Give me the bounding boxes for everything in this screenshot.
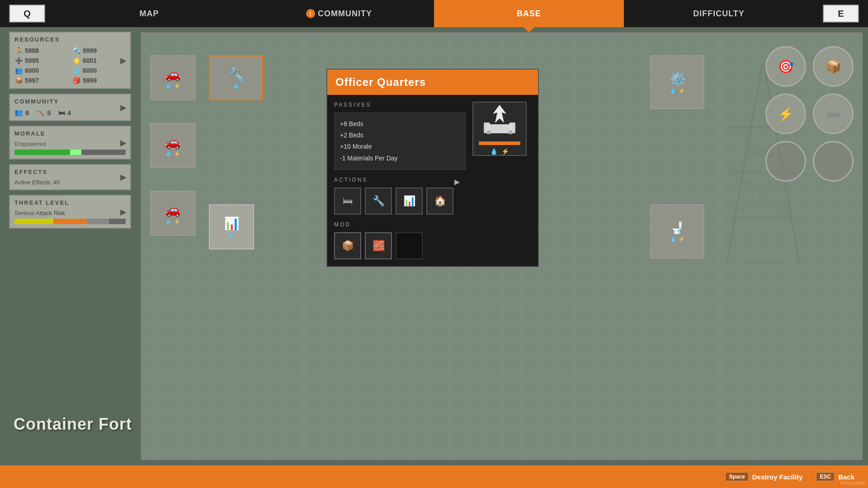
community-arrow[interactable]: ▶	[120, 103, 127, 113]
passives-box: +8 Beds +2 Beds +10 Morale -1 Materials …	[334, 113, 466, 170]
parts-value: 5997	[25, 77, 39, 84]
storage-water: 💧	[228, 232, 235, 238]
latrine-water: 💧	[670, 236, 676, 242]
rucksacks-icon: 🎒	[72, 76, 80, 84]
passive-materials: -1 Materials Per Day	[340, 153, 460, 164]
destroy-label: Destroy Facility	[752, 473, 803, 481]
resources-arrow[interactable]: ▶	[120, 56, 127, 66]
morale-status: Empowered	[14, 141, 126, 147]
workshop-icon: ⚙️	[669, 71, 686, 87]
passive-beds-8: +8 Beds	[340, 118, 460, 130]
truck-3-icon: 🚗	[165, 202, 181, 217]
morale-arrow[interactable]: ▶	[120, 138, 127, 148]
circle-facility-empty-2[interactable]	[813, 141, 854, 182]
actions-section-title: ACTIONS	[334, 177, 466, 183]
workers-value: 5	[47, 109, 51, 117]
threat-bar-red	[87, 219, 109, 224]
back-label: Back	[838, 473, 854, 481]
mod-item-2[interactable]: 🧱	[365, 232, 392, 259]
effects-title: EFFECTS	[14, 169, 126, 175]
effects-arrow[interactable]: ▶	[120, 172, 127, 182]
action-upgrade[interactable]: 🔧	[365, 188, 392, 215]
resource-ammo: 👥 6000	[14, 66, 68, 75]
mod-item-1[interactable]: 📦	[334, 232, 361, 259]
circle-facility-lightning[interactable]: ⚡	[765, 94, 806, 134]
facility-latrine[interactable]: 🚽 💧 ⚡	[650, 204, 704, 258]
morale-bar	[14, 150, 126, 155]
base-map[interactable]: 🚗 💧 ⚡ 🚗 💧 ⚡ 🚗 💧 ⚡ 📊 💧	[140, 32, 863, 461]
tab-map[interactable]: Map	[54, 0, 244, 27]
latrine-icon: 🚽	[670, 221, 684, 235]
action-sleep[interactable]: 🛏	[334, 188, 361, 215]
fuel-icon: 💧	[72, 66, 80, 75]
workshop-water: 💧	[670, 88, 676, 94]
truck-3-water: 💧	[165, 219, 172, 225]
threat-bar	[14, 219, 126, 224]
survivors-icon: 👥	[14, 108, 23, 117]
facility-truck-3[interactable]: 🚗 💧 ⚡	[150, 191, 195, 236]
truck-2-power: ⚡	[174, 151, 180, 157]
svg-rect-14	[487, 131, 491, 134]
watermark: YOUGAME	[840, 480, 866, 486]
nav-tabs: Map ! Community Base Difficulty	[54, 0, 814, 27]
action-monitor[interactable]: 📊	[396, 188, 423, 215]
morale-panel: MORALE Empowered ▶	[9, 126, 131, 160]
main-area: RESOURCES 🏃 5988 🔩 9999 ➕ 5995 ⭐ 6001	[0, 27, 868, 465]
facility-health-bar	[479, 141, 521, 145]
resource-rucksacks: 🎒 5999	[72, 76, 126, 84]
truck-2-resources: 💧 ⚡	[165, 151, 180, 157]
influence-value: 6001	[83, 57, 97, 64]
truck-3-resources: 💧 ⚡	[165, 219, 180, 225]
community-panel: COMMUNITY 👥 8 🔨 5 🛏 4 ▶	[9, 94, 131, 121]
threat-title: THREAT LEVEL	[14, 199, 126, 206]
survivors-item: 👥 8	[14, 108, 29, 117]
facility-truck-1[interactable]: 🚗 💧 ⚡	[150, 55, 195, 100]
facility-officer-quarters[interactable]: 🔧 💧	[209, 55, 263, 100]
truck-2-icon: 🚗	[165, 135, 181, 150]
resources-grid: 🏃 5988 🔩 9999 ➕ 5995 ⭐ 6001 👥 6000	[14, 47, 126, 84]
circle-facility-empty-1[interactable]	[765, 141, 806, 182]
facility-truck-2[interactable]: 🚗 💧 ⚡	[150, 123, 195, 168]
rucksacks-value: 5999	[83, 77, 97, 84]
resources-title: RESOURCES	[14, 36, 126, 43]
facility-storage[interactable]: 📊 💧	[209, 204, 254, 249]
facility-preview: 💧 ⚡	[472, 102, 527, 156]
truck-1-icon: 🚗	[165, 67, 181, 82]
q-key[interactable]: Q	[9, 5, 45, 23]
survivors-value: 8	[25, 109, 29, 117]
influence-icon: ⭐	[72, 56, 80, 65]
tab-community[interactable]: ! Community	[244, 0, 434, 27]
officer-quarters-map-icon: 🔧	[228, 67, 244, 82]
ammo-value: 6000	[25, 67, 39, 74]
passive-morale: +10 Morale	[340, 141, 460, 152]
circle-facility-target[interactable]: 🎯	[765, 46, 806, 87]
circle-facility-crates[interactable]: 📦	[813, 46, 854, 87]
passives-section-title: PASSIVES	[334, 102, 466, 108]
beds-item: 🛏 4	[58, 109, 71, 117]
food-icon: 🏃	[14, 47, 23, 55]
community-row: 👥 8 🔨 5 🛏 4	[14, 108, 126, 117]
facility-workshop[interactable]: ⚙️ 💧 ⚡	[650, 55, 704, 109]
resource-parts: 📦 5997	[14, 76, 68, 84]
truck-3-power: ⚡	[174, 219, 180, 225]
workers-icon: 🔨	[36, 108, 45, 117]
resource-medicine: ➕ 5995	[14, 56, 68, 65]
circle-facility-bed[interactable]: 🛏	[813, 94, 854, 134]
action-relocate[interactable]: 🏠	[426, 188, 453, 215]
back-key: ESC	[816, 472, 835, 481]
e-key[interactable]: E	[823, 5, 859, 23]
destroy-facility-action[interactable]: Space Destroy Facility	[725, 472, 802, 481]
threat-arrow[interactable]: ▶	[120, 207, 127, 217]
passives-arrow[interactable]: ▶	[454, 178, 460, 186]
top-navigation: Q Map ! Community Base Difficulty E	[0, 0, 868, 27]
bottom-bar: Space Destroy Facility ESC Back YOUGAME	[0, 465, 868, 488]
morale-title: MORALE	[14, 130, 126, 137]
tab-difficulty[interactable]: Difficulty	[624, 0, 814, 27]
fuel-value: 6000	[83, 67, 97, 74]
effects-panel: EFFECTS Active Effects: 40 ▶	[9, 164, 131, 190]
resource-materials: 🔩 9999	[72, 47, 126, 55]
back-action[interactable]: ESC Back	[816, 472, 854, 481]
popup-left-column: PASSIVES +8 Beds +2 Beds +10 Morale -1 M…	[334, 102, 466, 259]
tab-base[interactable]: Base	[434, 0, 624, 27]
passive-beds-2: +2 Beds	[340, 130, 460, 141]
